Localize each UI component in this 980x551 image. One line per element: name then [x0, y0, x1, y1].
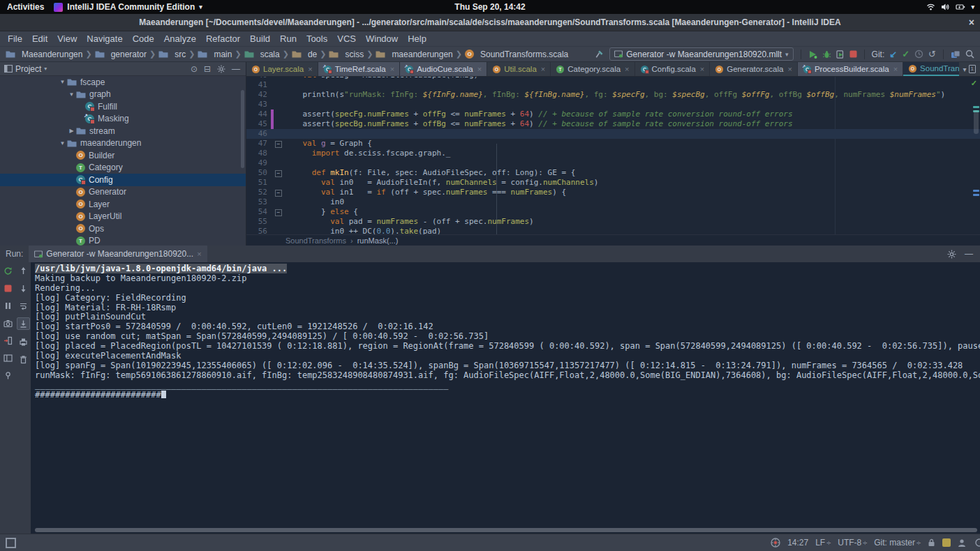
editor-tab-util-scala[interactable]: OUtil.scala×: [487, 62, 551, 76]
hidden-tabs-badge[interactable]: 1: [969, 65, 976, 73]
tree-item-builder[interactable]: OBuilder: [0, 149, 246, 162]
breadcrumb-item-soundtransforms.scala[interactable]: OSoundTransforms.scala: [465, 50, 568, 59]
breadcrumb-item-maeanderungen[interactable]: maeanderungen: [376, 50, 452, 59]
menu-edit[interactable]: Edit: [27, 33, 52, 44]
tab-close-icon[interactable]: ×: [390, 65, 394, 73]
run-tab-close-icon[interactable]: ×: [197, 250, 201, 258]
next-occurrence-icon[interactable]: [17, 282, 29, 294]
breadcrumb-item-maeanderungen[interactable]: Maeanderungen: [6, 50, 82, 59]
app-menu[interactable]: IntelliJ IDEA Community Edition ▾: [54, 2, 202, 12]
menu-window[interactable]: Window: [361, 33, 403, 44]
error-stripe-mark[interactable]: [973, 106, 979, 108]
restore-layout-icon[interactable]: [2, 352, 14, 363]
highlighting-level-icon[interactable]: [958, 538, 966, 548]
tree-arrow-icon[interactable]: ▼: [58, 79, 67, 85]
editor-tab-timeref-scala[interactable]: C↗TimeRef.scala×: [318, 62, 401, 76]
fold-collapse-icon[interactable]: −: [275, 141, 282, 148]
fold-collapse-icon[interactable]: −: [275, 170, 282, 177]
tree-item-graph[interactable]: ▼graph: [0, 89, 246, 101]
menu-file[interactable]: File: [3, 33, 27, 44]
coverage-button[interactable]: [836, 50, 845, 59]
hide-run-window-icon[interactable]: —: [965, 249, 973, 259]
status-time[interactable]: 14:27: [787, 538, 808, 548]
project-settings-gear-icon[interactable]: [217, 65, 225, 73]
tree-arrow-icon[interactable]: ▶: [67, 128, 76, 134]
tab-close-icon[interactable]: ×: [700, 65, 704, 73]
editor-tab-processbuilder-scala[interactable]: C↗ProcessBuilder.scala×: [798, 62, 903, 76]
tree-item-ops[interactable]: OOps: [0, 222, 246, 235]
vcs-update-button[interactable]: ↙: [889, 50, 897, 59]
collapse-all-icon[interactable]: ⊟: [204, 64, 211, 74]
menu-code[interactable]: Code: [128, 33, 159, 44]
editor-tab-audiocue-scala[interactable]: C↗AudioCue.scala×: [400, 62, 487, 76]
tree-arrow-icon[interactable]: ▼: [67, 91, 76, 98]
run-console-tab[interactable]: Generator -w Maeanderungen180920... ×: [29, 246, 207, 262]
editor-tab-config-scala[interactable]: CConfig.scala×: [635, 62, 711, 76]
menu-tools[interactable]: Tools: [302, 33, 332, 44]
changes-view-button[interactable]: [951, 50, 960, 59]
rerun-icon[interactable]: [2, 265, 14, 276]
build-hammer-icon[interactable]: [595, 50, 604, 59]
vcs-history-button[interactable]: [914, 50, 923, 59]
breadcrumb-item-sciss[interactable]: sciss: [329, 50, 364, 59]
menu-build[interactable]: Build: [245, 33, 275, 44]
tab-close-icon[interactable]: ×: [893, 65, 898, 73]
run-button[interactable]: [808, 50, 817, 59]
pin-tab-icon[interactable]: [2, 370, 14, 381]
breadcrumb-item-src[interactable]: src: [158, 50, 186, 59]
git-branch-widget[interactable]: Git: master÷: [874, 538, 921, 548]
system-tray[interactable]: ▾: [926, 3, 980, 11]
tab-bar-corner[interactable]: ▾ 1: [959, 62, 980, 76]
editor-tab-category-scala[interactable]: TCategory.scala×: [551, 62, 634, 76]
menu-analyze[interactable]: Analyze: [159, 33, 201, 44]
stop-button[interactable]: [849, 50, 857, 58]
tab-close-icon[interactable]: ×: [308, 65, 312, 73]
activities-button[interactable]: Activities: [7, 2, 44, 12]
exit-icon[interactable]: [2, 335, 14, 346]
thread-dump-camera-icon[interactable]: [2, 317, 14, 329]
tree-item-stream[interactable]: ▶stream: [0, 125, 246, 137]
code-editor[interactable]: 40 val specBg = AudioFile.readSpec(fInBg…: [246, 77, 980, 235]
locate-file-icon[interactable]: ⊙: [191, 64, 198, 74]
clear-all-icon[interactable]: [17, 354, 29, 365]
tree-item-maeanderungen[interactable]: ▼maeanderungen: [0, 137, 246, 150]
dartboard-icon[interactable]: [771, 538, 780, 548]
tree-item-fscape[interactable]: ▼fscape: [0, 76, 246, 89]
tab-close-icon[interactable]: ×: [625, 65, 629, 73]
breadcrumb-item-de[interactable]: de: [292, 50, 317, 59]
tree-item-config[interactable]: CConfig: [0, 174, 246, 186]
ide-updates-icon[interactable]: [942, 538, 951, 547]
notifications-bell-icon[interactable]: [973, 538, 980, 548]
tree-item-layer[interactable]: OLayer: [0, 198, 246, 211]
fold-collapse-icon[interactable]: −: [275, 190, 282, 197]
print-icon[interactable]: [17, 336, 29, 347]
run-settings-gear-icon[interactable]: [947, 250, 956, 259]
readonly-lock-icon[interactable]: [928, 538, 935, 547]
scroll-to-end-icon[interactable]: [17, 317, 30, 330]
editor-tab-generator-scala[interactable]: OGenerator.scala×: [710, 62, 798, 76]
tree-item-masking[interactable]: C↗Masking: [0, 113, 246, 126]
error-stripe-mark[interactable]: [973, 194, 979, 196]
soft-wrap-icon[interactable]: [17, 300, 29, 311]
tab-close-icon[interactable]: ×: [787, 65, 792, 73]
error-stripe-mark[interactable]: [973, 190, 979, 192]
tree-item-category[interactable]: TCategory: [0, 162, 246, 174]
menu-navigate[interactable]: Navigate: [82, 33, 127, 44]
project-scrollbar[interactable]: [241, 90, 244, 168]
menu-refactor[interactable]: Refactor: [201, 33, 245, 44]
menu-vcs[interactable]: VCS: [332, 33, 361, 44]
line-separator-widget[interactable]: LF÷: [815, 538, 831, 548]
encoding-widget[interactable]: UTF-8÷: [838, 538, 867, 548]
console-output[interactable]: /usr/lib/jvm/java-1.8.0-openjdk-amd64/bi…: [31, 262, 980, 534]
breadcrumb-class[interactable]: SoundTransforms: [285, 236, 346, 245]
breadcrumb-item-generator[interactable]: generator: [95, 50, 147, 59]
window-title-bar[interactable]: Maeanderungen [~/Documents/devel/Maeande…: [0, 14, 980, 31]
inspections-ok-icon[interactable]: ✓: [971, 79, 977, 88]
run-configuration-select[interactable]: Generator -w Maeanderungen180920.mllt ▾: [609, 47, 793, 61]
window-close-button[interactable]: ×: [969, 14, 974, 31]
vcs-rollback-button[interactable]: ↺: [928, 50, 936, 59]
hide-tool-window-icon[interactable]: —: [232, 64, 240, 74]
tree-item-fulfill[interactable]: CFulfill: [0, 100, 246, 113]
tree-arrow-icon[interactable]: ▼: [58, 140, 67, 146]
editor-tab-layer-scala[interactable]: OLayer.scala×: [246, 62, 318, 76]
